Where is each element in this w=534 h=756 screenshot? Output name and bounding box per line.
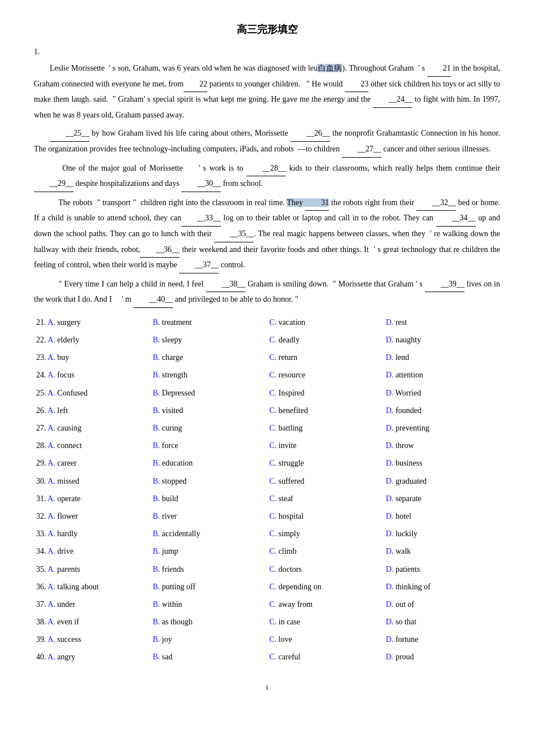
- blank-27: __27__: [342, 142, 381, 158]
- table-row: 39. A. successB. joyC. loveD. fortune: [34, 631, 500, 648]
- option-label: C.: [270, 653, 279, 661]
- option-text: missed: [57, 477, 79, 485]
- list-item: D. patients: [384, 561, 500, 578]
- option-text: even if: [57, 618, 79, 626]
- option-text: graduated: [396, 477, 427, 485]
- list-item: D. graduated: [384, 472, 500, 490]
- table-row: 21. A. surgeryB. treatmentC. vacationD. …: [34, 314, 500, 331]
- option-text: so that: [396, 618, 416, 626]
- list-item: D. Worried: [384, 384, 500, 402]
- blank-33: __33__: [181, 211, 221, 227]
- option-label: D.: [386, 318, 396, 327]
- passage-p5: " Every time I can help a child in need,…: [34, 277, 500, 308]
- list-item: C. return: [267, 349, 384, 366]
- option-text: suffered: [279, 477, 305, 485]
- highlight-text: 白血病: [318, 64, 342, 72]
- list-item: B. visited: [150, 402, 267, 419]
- blank-28: __28__: [246, 161, 286, 177]
- question-num: 39.: [36, 635, 47, 644]
- blank-26: __26__: [290, 126, 330, 142]
- list-item: D. luckily: [384, 525, 500, 542]
- option-label: D.: [386, 477, 396, 485]
- list-item: C. doctors: [267, 561, 384, 578]
- option-label: A.: [47, 353, 57, 362]
- list-item: D. fortune: [384, 631, 500, 648]
- option-label: C.: [270, 529, 279, 538]
- option-label: B.: [153, 635, 162, 644]
- list-item: D. founded: [384, 402, 500, 419]
- questions-container: 21. A. surgeryB. treatmentC. vacationD. …: [34, 314, 500, 666]
- table-row: 22. A. elderlyB. sleepyC. deadlyD. naugh…: [34, 331, 500, 349]
- question-num: 36.: [36, 583, 47, 591]
- option-label: C.: [270, 336, 279, 344]
- list-item: B. river: [150, 507, 267, 525]
- list-item: D. preventing: [384, 419, 500, 437]
- list-item: B. accidentally: [150, 525, 267, 542]
- option-text: fortune: [396, 635, 418, 644]
- option-text: career: [57, 459, 76, 467]
- table-row: 38. A. even ifB. as thoughC. in caseD. s…: [34, 613, 500, 631]
- list-item: B. sad: [150, 648, 267, 666]
- list-item: B. education: [150, 454, 267, 472]
- option-text: sleepy: [162, 336, 183, 344]
- option-text: treatment: [162, 318, 192, 327]
- option-label: A.: [47, 371, 57, 379]
- question-num: 24.: [36, 371, 47, 379]
- option-text: education: [162, 459, 193, 467]
- option-text: benefited: [279, 406, 308, 415]
- list-item: D. rest: [384, 314, 500, 331]
- option-label: B.: [153, 618, 162, 626]
- option-label: A.: [47, 441, 57, 450]
- option-label: B.: [153, 600, 162, 609]
- option-label: C.: [270, 635, 279, 644]
- question-num: 26.: [36, 406, 47, 415]
- option-text: struggle: [279, 459, 304, 467]
- option-text: putting off: [162, 583, 196, 591]
- option-text: steal: [279, 494, 293, 503]
- option-label: D.: [386, 389, 396, 397]
- option-label: D.: [386, 336, 396, 344]
- option-label: D.: [386, 583, 396, 591]
- option-text: preventing: [396, 424, 429, 432]
- list-item: C. Inspired: [267, 384, 384, 402]
- option-text: in case: [279, 618, 300, 626]
- list-item: C. benefited: [267, 402, 384, 419]
- option-text: friends: [162, 565, 184, 573]
- list-item: 35. A. parents: [34, 561, 150, 578]
- option-text: force: [162, 441, 179, 450]
- blank-21: 21: [427, 61, 451, 77]
- list-item: 32. A. flower: [34, 507, 150, 525]
- option-label: C.: [270, 371, 279, 379]
- option-text: walk: [396, 547, 411, 555]
- option-label: D.: [386, 618, 396, 626]
- question-num: 40.: [36, 653, 47, 661]
- table-row: 24. A. focusB. strengthC. resourceD. att…: [34, 366, 500, 384]
- question-num: 29.: [36, 459, 47, 467]
- list-item: 31. A. operate: [34, 490, 150, 507]
- option-text: buy: [57, 353, 69, 362]
- option-text: careful: [279, 653, 301, 661]
- option-text: flower: [57, 512, 78, 520]
- option-label: A.: [47, 635, 57, 644]
- list-item: 25. A. Confused: [34, 384, 150, 402]
- list-item: B. as though: [150, 613, 267, 631]
- table-row: 27. A. causingB. curingC. battlingD. pre…: [34, 419, 500, 437]
- option-label: C.: [270, 353, 279, 362]
- page-number: 1: [34, 683, 500, 692]
- option-label: A.: [47, 565, 57, 573]
- option-label: B.: [153, 512, 162, 520]
- option-text: drive: [57, 547, 73, 555]
- blank-39: __39__: [425, 277, 464, 293]
- list-item: 24. A. focus: [34, 366, 150, 384]
- option-text: depending on: [279, 583, 322, 591]
- option-label: D.: [386, 600, 396, 609]
- option-text: throw: [396, 441, 414, 450]
- option-label: A.: [47, 512, 57, 520]
- list-item: B. treatment: [150, 314, 267, 331]
- list-item: D. so that: [384, 613, 500, 631]
- blank-31: 31: [305, 195, 329, 211]
- option-label: B.: [153, 441, 162, 450]
- option-text: thinking of: [396, 583, 431, 591]
- option-label: D.: [386, 406, 396, 415]
- option-label: B.: [153, 318, 162, 327]
